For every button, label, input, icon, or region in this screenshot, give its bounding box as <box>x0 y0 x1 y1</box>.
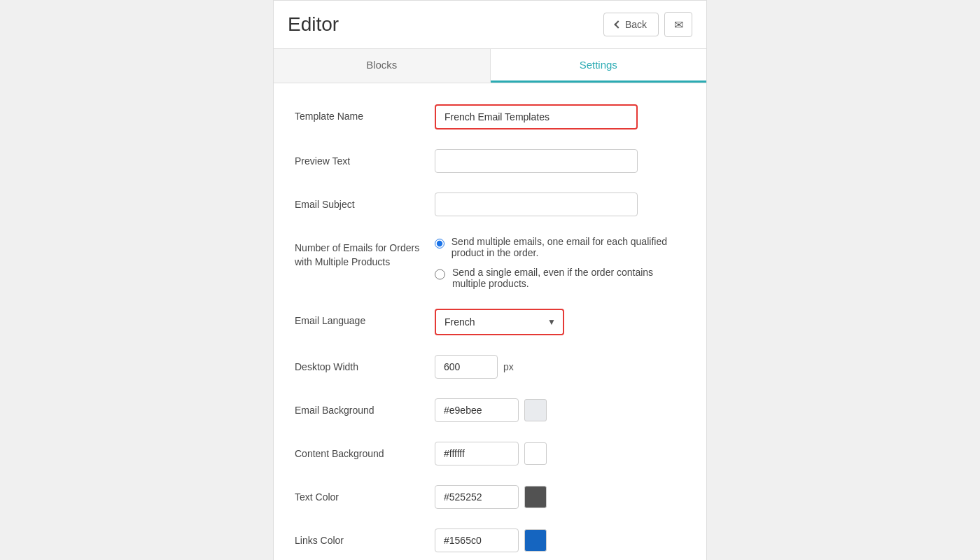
email-background-color-row <box>435 398 685 422</box>
num-emails-control: Send multiple emails, one email for each… <box>435 236 685 289</box>
language-select-wrapper: French English Spanish German Italian ▼ <box>435 309 564 335</box>
email-language-label: Email Language <box>295 309 435 328</box>
desktop-width-row: Desktop Width px <box>295 355 685 379</box>
language-select[interactable]: French English Spanish German Italian <box>436 310 563 334</box>
settings-content: Template Name Preview Text Email Subject… <box>274 83 706 560</box>
links-color-control <box>435 528 685 552</box>
radio-item-multiple: Send multiple emails, one email for each… <box>435 236 685 258</box>
email-background-swatch[interactable] <box>524 399 547 421</box>
links-color-input[interactable] <box>435 528 519 552</box>
header-actions: Back ✉ <box>603 12 692 37</box>
email-subject-control <box>435 192 685 216</box>
email-subject-label: Email Subject <box>295 192 435 212</box>
tabs-container: Blocks Settings <box>274 49 706 83</box>
content-background-input[interactable] <box>435 442 519 465</box>
template-name-label: Template Name <box>295 104 435 124</box>
template-name-input[interactable] <box>435 104 638 130</box>
desktop-width-control: px <box>435 355 685 379</box>
text-color-swatch[interactable] <box>524 486 547 508</box>
mail-button[interactable]: ✉ <box>664 12 692 37</box>
links-color-swatch[interactable] <box>524 529 547 552</box>
desktop-width-input[interactable] <box>435 355 498 379</box>
links-color-color-row <box>435 528 685 552</box>
mail-icon: ✉ <box>674 18 683 31</box>
num-emails-row: Number of Emails for Orders with Multipl… <box>295 236 685 289</box>
content-background-swatch[interactable] <box>524 442 547 465</box>
desktop-width-label: Desktop Width <box>295 355 435 374</box>
links-color-row: Links Color <box>295 528 685 552</box>
text-color-control <box>435 485 685 509</box>
email-language-control: French English Spanish German Italian ▼ <box>435 309 685 335</box>
text-color-row: Text Color <box>295 485 685 509</box>
radio-multiple[interactable] <box>435 237 444 250</box>
radio-single-label: Send a single email, even if the order c… <box>452 267 685 289</box>
radio-item-single: Send a single email, even if the order c… <box>435 267 685 289</box>
template-name-row: Template Name <box>295 104 685 130</box>
num-emails-label: Number of Emails for Orders with Multipl… <box>295 236 435 269</box>
preview-text-label: Preview Text <box>295 149 435 169</box>
text-color-input[interactable] <box>435 485 519 509</box>
radio-single[interactable] <box>435 268 445 281</box>
content-background-control <box>435 442 685 465</box>
email-background-row: Email Background <box>295 398 685 422</box>
email-background-input[interactable] <box>435 398 519 422</box>
content-background-label: Content Background <box>295 442 435 461</box>
preview-text-row: Preview Text <box>295 149 685 173</box>
email-subject-input[interactable] <box>435 192 638 216</box>
back-label: Back <box>625 19 647 30</box>
text-color-color-row <box>435 485 685 509</box>
radio-multiple-label: Send multiple emails, one email for each… <box>451 236 685 258</box>
email-background-label: Email Background <box>295 398 435 418</box>
tab-settings[interactable]: Settings <box>491 49 707 83</box>
email-background-control <box>435 398 685 422</box>
editor-panel: Editor Back ✉ Blocks Settings Template N… <box>273 0 707 560</box>
editor-title: Editor <box>288 13 339 36</box>
email-subject-row: Email Subject <box>295 192 685 216</box>
content-background-row: Content Background <box>295 442 685 465</box>
preview-text-input[interactable] <box>435 149 638 173</box>
width-row: px <box>435 355 685 379</box>
px-label: px <box>503 361 514 372</box>
links-color-label: Links Color <box>295 528 435 548</box>
template-name-control <box>435 104 685 130</box>
back-button[interactable]: Back <box>603 13 659 36</box>
tab-blocks[interactable]: Blocks <box>274 49 491 83</box>
text-color-label: Text Color <box>295 485 435 505</box>
editor-header: Editor Back ✉ <box>274 1 706 49</box>
email-language-row: Email Language French English Spanish Ge… <box>295 309 685 335</box>
preview-text-control <box>435 149 685 173</box>
chevron-left-icon <box>614 20 622 28</box>
content-background-color-row <box>435 442 685 465</box>
